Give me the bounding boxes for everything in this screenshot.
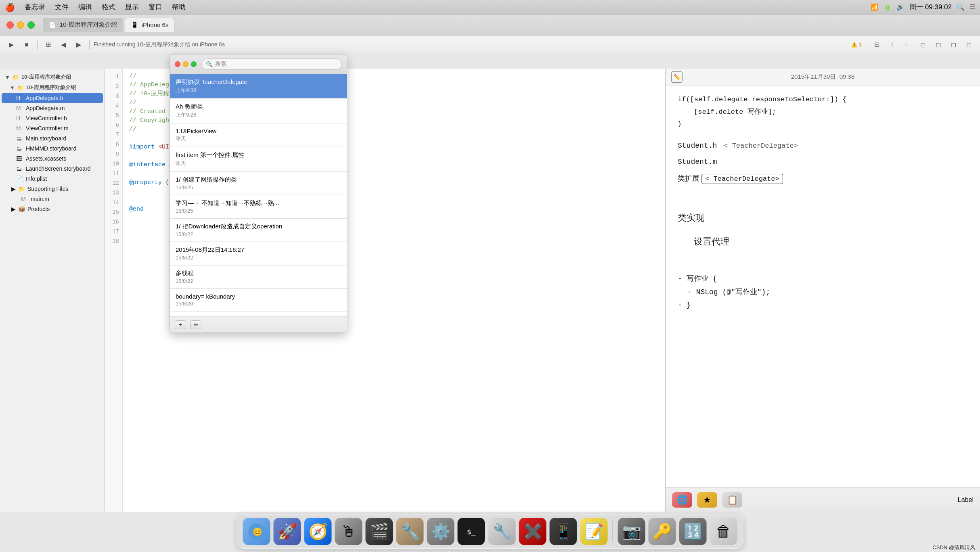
note-item-2[interactable]: 1.UIPickerView 昨天 — [170, 123, 347, 147]
sidebar-item-appdelegate-h[interactable]: H AppDelegate.h — [2, 93, 103, 103]
wifi-icon[interactable]: 📶 — [871, 3, 879, 11]
note-title-8: 多线程 — [176, 270, 341, 277]
navigator-btn[interactable]: ← — [901, 39, 914, 50]
search-icon[interactable]: 🔍 — [957, 3, 965, 11]
line-num-10: 10 — [105, 159, 122, 169]
dock-video[interactable]: 🎬 — [366, 518, 393, 545]
sidebar: ▼ 📁 10-应用程序对象介绍 ▼ 📁 10-应用程序对象介绍 H AppDel… — [0, 69, 105, 512]
extend-label: 类扩展 — [678, 174, 701, 182]
preview-panel: ✏️ 2015年11月30日, 09:38 if([self.delegate … — [665, 69, 980, 512]
note-item-3[interactable]: first item 第一个控件.属性 昨天 — [170, 147, 347, 171]
run-button[interactable]: ▶ — [5, 39, 18, 50]
bottom-icon-1[interactable]: 🌐 — [672, 492, 692, 508]
grid-view-btn[interactable]: ⊟ — [870, 39, 883, 50]
tab-app-intro[interactable]: 📄 10-应用程序对象介绍 — [43, 18, 123, 32]
note-title-7: 2015年08月22日14:16:27 — [176, 246, 341, 254]
stop-button[interactable]: ■ — [20, 39, 33, 50]
layout2-btn[interactable]: ◻ — [932, 39, 944, 50]
menu-notes[interactable]: 备忘录 — [21, 2, 48, 13]
preview-bottom-bar: 🌐 ★ 📋 Label — [666, 487, 980, 512]
dock-tools[interactable]: 🔧 — [396, 518, 424, 545]
sidebar-item-products[interactable]: ▶ 📦 Products — [2, 204, 103, 214]
dock-trash[interactable]: 🗑 — [710, 518, 737, 545]
dock-terminal[interactable]: $_ — [458, 518, 485, 545]
menu-file[interactable]: 文件 — [52, 2, 72, 13]
sidebar-item-viewcontroller-m[interactable]: M ViewController.m — [2, 123, 103, 133]
note-time-8: 15/8/22 — [176, 278, 341, 284]
edit-icon[interactable]: ✏️ — [671, 71, 683, 83]
fullscreen-button[interactable] — [27, 21, 35, 29]
sidebar-item-supporting-files[interactable]: ▶ 📁 Supporting Files — [2, 184, 103, 194]
note-search-box[interactable]: 🔍 搜索 — [201, 59, 342, 70]
sidebar-item-info-plist[interactable]: 📄 Info.plist — [2, 174, 103, 184]
note-item-6[interactable]: 1/ 把Downloader改造成自定义operation 15/8/22 — [170, 219, 347, 242]
dock-calc[interactable]: 🔢 — [679, 518, 707, 545]
note-compose-btn[interactable]: ✏ — [190, 320, 201, 329]
menu-format[interactable]: 格式 — [98, 2, 119, 13]
dock-safari[interactable]: 🧭 — [304, 518, 332, 545]
sidebar-item-hmmmd-storyboard[interactable]: 🗂 HMMMD.storyboard — [2, 144, 103, 153]
sidebar-group-header[interactable]: ▼ 📁 10-应用程序对象介绍 — [0, 82, 105, 93]
popup-close-btn[interactable] — [175, 61, 180, 67]
bottom-icon-2[interactable]: ★ — [697, 492, 717, 508]
bottom-icon-3[interactable]: 📋 — [722, 492, 742, 508]
battery-icon[interactable]: 🔋 — [884, 3, 892, 11]
minimize-button[interactable] — [17, 21, 24, 29]
popup-minimize-btn[interactable] — [183, 61, 188, 67]
sidebar-item-main-storyboard[interactable]: 🗂 Main.storyboard — [2, 134, 103, 143]
m-file-icon-2: M — [16, 125, 23, 132]
close-button[interactable] — [6, 21, 14, 29]
dock-x-tool[interactable]: ✖️ — [519, 518, 547, 545]
note-item-5[interactable]: 学习—→ 不知道→知道→不熟练→熟... 15/8/25 — [170, 195, 347, 218]
sidebar-item-assets[interactable]: 🖼 Assets.xcassets — [2, 154, 103, 163]
layout1-btn[interactable]: ◻ — [916, 39, 929, 50]
layout4-btn[interactable]: ◻ — [962, 39, 975, 50]
preview-toolbar: ✏️ 2015年11月30日, 09:38 — [666, 69, 980, 86]
note-item-7[interactable]: 2015年08月22日14:16:27 15/8/22 — [170, 242, 347, 265]
line-num-8: 8 — [105, 140, 122, 149]
note-item-9[interactable]: boundary= kBoundary 15/8/20 — [170, 289, 347, 311]
menu-edit[interactable]: 编辑 — [75, 2, 95, 13]
dock-key[interactable]: 🔑 — [649, 518, 676, 545]
forward-btn[interactable]: ▶ — [72, 39, 85, 50]
note-add-btn[interactable]: + — [175, 320, 186, 329]
dock-system-prefs[interactable]: ⚙️ — [427, 518, 454, 545]
toggle-sidebar-btn[interactable]: ⊞ — [42, 39, 54, 50]
menu-help[interactable]: 帮助 — [169, 2, 189, 13]
apple-menu[interactable]: 🍎 — [5, 2, 15, 12]
sidebar-item-appdelegate-m[interactable]: M AppDelegate.m — [2, 103, 103, 113]
preview-content[interactable]: if([self.delegate responseToSelector:]) … — [666, 86, 980, 487]
note-item-10[interactable]: b4729611596aa413fd1b48ed79c194c3 15/8/18 — [170, 312, 347, 316]
sidebar-item-launchscreen[interactable]: 🗂 LaunchScreen.storyboard — [2, 164, 103, 174]
layout3-btn[interactable]: ◻ — [947, 39, 960, 50]
toolbar-sep-1 — [37, 40, 38, 50]
volume-icon[interactable]: 🔊 — [896, 3, 905, 11]
note-item-4[interactable]: 1/ 创建了网络操作的类 15/8/25 — [170, 172, 347, 195]
dock-launchpad[interactable]: 🚀 — [274, 518, 301, 545]
dock-mouse[interactable]: 🖱 — [335, 518, 362, 545]
dock-finder[interactable]: 😊 — [243, 518, 270, 545]
dock-appstore[interactable]: 📱 — [550, 518, 577, 545]
warning-badge: ⚠️ 1 — [851, 42, 862, 48]
dock-system2[interactable]: 🔧 — [488, 518, 516, 545]
inspector-btn[interactable]: ↑ — [886, 39, 898, 50]
tab-iphone6s[interactable]: 📱 iPhone 6s — [125, 18, 175, 32]
note-item-8[interactable]: 多线程 15/8/22 — [170, 266, 347, 289]
note-list: 声明协议 TeacherDelegate 上午9:38 Ah 教师类 上午9:2… — [170, 74, 347, 316]
note-popup: 🔍 搜索 声明协议 TeacherDelegate 上午9:38 Ah 教师类 … — [170, 54, 347, 333]
menubar-time: 周一 09:39:02 — [909, 2, 952, 12]
popup-fullscreen-btn[interactable] — [191, 61, 197, 67]
note-time-1: 上午9:26 — [176, 111, 341, 119]
sidebar-item-main-m[interactable]: M main.m — [2, 194, 103, 204]
note-title-2: 1.UIPickerView — [176, 128, 341, 134]
menu-view[interactable]: 显示 — [122, 2, 142, 13]
note-item-0[interactable]: 声明协议 TeacherDelegate 上午9:38 — [170, 74, 347, 98]
dock-screenshot[interactable]: 📷 — [618, 518, 645, 545]
sidebar-root-item[interactable]: ▼ 📁 10-应用程序对象介绍 — [0, 72, 105, 82]
menu-icon[interactable]: ☰ — [970, 3, 975, 11]
menu-window[interactable]: 窗口 — [145, 2, 165, 13]
sidebar-item-viewcontroller-h[interactable]: H ViewController.h — [2, 113, 103, 123]
dock-notes[interactable]: 📝 — [580, 518, 608, 545]
back-btn[interactable]: ◀ — [57, 39, 70, 50]
note-item-1[interactable]: Ah 教师类 上午9:26 — [170, 99, 347, 123]
